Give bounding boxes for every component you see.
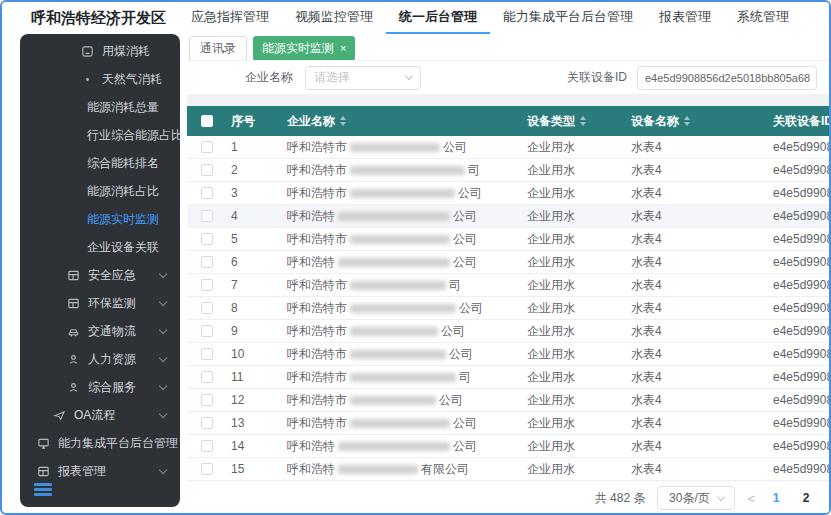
row-checkbox[interactable]: [201, 302, 213, 314]
row-checkbox[interactable]: [201, 210, 213, 222]
cell-company: 呼和浩特 公司: [279, 254, 519, 271]
device-id-label: 关联设备ID: [567, 69, 627, 86]
row-checkbox[interactable]: [201, 279, 213, 291]
dot-icon: [80, 72, 94, 86]
top-nav-tab-4[interactable]: 报表管理: [646, 2, 724, 34]
cell-device-name: 水表4: [623, 346, 765, 363]
top-nav-tab-0[interactable]: 应急指挥管理: [178, 2, 282, 34]
cell-company: 呼和浩特市 公司: [279, 231, 519, 248]
sidebar-item[interactable]: 用煤消耗: [20, 37, 180, 65]
cell-device-name: 水表4: [623, 185, 765, 202]
table-row: 15 呼和浩特 有限公司 企业用水 水表4 e4e5d9908856d2e501…: [187, 458, 829, 481]
cell-index: 8: [223, 301, 279, 315]
row-checkbox[interactable]: [201, 348, 213, 360]
row-checkbox[interactable]: [201, 164, 213, 176]
sidebar-item[interactable]: 综合服务: [20, 373, 180, 401]
grid-icon: [66, 296, 80, 310]
chevron-down-icon: [159, 466, 167, 474]
company-name-select[interactable]: 请选择: [305, 66, 421, 90]
cell-index: 13: [223, 416, 279, 430]
row-checkbox[interactable]: [201, 233, 213, 245]
sidebar-item[interactable]: 行业综合能源占比: [20, 121, 180, 149]
column-header-3[interactable]: 设备名称: [623, 113, 765, 130]
column-header-4[interactable]: 关联设备ID: [765, 113, 829, 130]
sidebar-item[interactable]: 能源消耗占比: [20, 177, 180, 205]
company-prefix: 呼和浩特市: [287, 231, 347, 248]
row-checkbox[interactable]: [201, 463, 213, 475]
company-prefix: 呼和浩特: [287, 438, 335, 455]
sidebar-item[interactable]: 能源实时监测: [20, 205, 180, 233]
chevron-down-icon: [159, 326, 167, 334]
sidebar-item-label: 能源消耗总量: [87, 99, 159, 116]
sidebar-item[interactable]: OA流程: [20, 401, 180, 429]
column-header-2[interactable]: 设备类型: [519, 113, 623, 130]
prev-page-button[interactable]: <: [747, 491, 755, 506]
page-number-1[interactable]: 1: [767, 491, 785, 505]
device-id-input[interactable]: e4e5d9908856d2e5018bb805a68: [637, 66, 817, 90]
select-all-cell: [187, 115, 223, 127]
company-suffix: 公司: [449, 346, 473, 363]
table-row: 2 呼和浩特市 司 企业用水 水表4 e4e5d9908856d2e5018bb…: [187, 159, 829, 182]
cell-device-id: e4e5d9908856d2e5018bb805a68: [765, 347, 829, 361]
cell-device-type: 企业用水: [519, 323, 623, 340]
column-header-label: 企业名称: [287, 113, 335, 130]
row-checkbox[interactable]: [201, 256, 213, 268]
page-number-2[interactable]: 2: [797, 491, 815, 505]
sidebar-item[interactable]: 综合能耗排名: [20, 149, 180, 177]
cell-device-id: e4e5d9908856d2e5018bb805a68: [765, 393, 829, 407]
cell-device-name: 水表4: [623, 392, 765, 409]
hamburger-menu-icon[interactable]: [34, 481, 52, 499]
tab-chip-contacts[interactable]: 通讯录: [189, 36, 247, 61]
table-row: 5 呼和浩特市 公司 企业用水 水表4 e4e5d9908856d2e5018b…: [187, 228, 829, 251]
row-checkbox[interactable]: [201, 187, 213, 199]
cell-device-name: 水表4: [623, 369, 765, 386]
redacted-company-name: [350, 235, 450, 244]
cell-device-type: 企业用水: [519, 461, 623, 478]
select-all-checkbox[interactable]: [201, 115, 213, 127]
app-window: 呼和浩特经济开发区 应急指挥管理视频监控管理统一后台管理能力集成平台后台管理报表…: [0, 0, 831, 515]
tab-chip-energy-monitor[interactable]: 能源实时监测 ×: [253, 36, 355, 61]
sort-icon[interactable]: [684, 116, 690, 126]
sidebar-item[interactable]: 能源消耗总量: [20, 93, 180, 121]
row-checkbox[interactable]: [201, 141, 213, 153]
page-size-value: 30条/页: [669, 490, 710, 507]
row-checkbox[interactable]: [201, 417, 213, 429]
cell-device-id: e4e5d9908856d2e5018bb805a68: [765, 324, 829, 338]
sidebar-item[interactable]: 人力资源: [20, 345, 180, 373]
sidebar-item[interactable]: 交通物流: [20, 317, 180, 345]
page-size-select[interactable]: 30条/页: [657, 486, 735, 510]
sidebar-item[interactable]: 企业设备关联: [20, 233, 180, 261]
sidebar-item[interactable]: 能力集成平台后台管理: [20, 429, 180, 457]
column-header-1[interactable]: 企业名称: [279, 113, 519, 130]
sort-icon[interactable]: [580, 116, 586, 126]
redacted-company-name: [350, 281, 446, 290]
row-checkbox[interactable]: [201, 440, 213, 452]
company-prefix: 呼和浩特市: [287, 369, 347, 386]
redacted-company-name: [350, 373, 456, 382]
doc-icon: [80, 44, 94, 58]
company-suffix: 公司: [453, 254, 477, 271]
top-nav-tab-5[interactable]: 系统管理: [724, 2, 802, 34]
cell-device-name: 水表4: [623, 139, 765, 156]
sidebar-item-label: OA流程: [74, 407, 115, 424]
top-nav-tab-3[interactable]: 能力集成平台后台管理: [490, 2, 646, 34]
top-nav-tab-2[interactable]: 统一后台管理: [386, 2, 490, 34]
table-row: 13 呼和浩特市 公司 企业用水 水表4 e4e5d9908856d2e5018…: [187, 412, 829, 435]
sidebar-item[interactable]: 安全应急: [20, 261, 180, 289]
row-checkbox[interactable]: [201, 394, 213, 406]
cell-device-type: 企业用水: [519, 162, 623, 179]
cell-device-id: e4e5d9908856d2e5018bb805a68: [765, 209, 829, 223]
sidebar-item-label: 报表管理: [58, 463, 106, 480]
sidebar-item[interactable]: 环保监测: [20, 289, 180, 317]
row-checkbox[interactable]: [201, 325, 213, 337]
cell-device-name: 水表4: [623, 231, 765, 248]
row-checkbox[interactable]: [201, 371, 213, 383]
sidebar-item[interactable]: 天然气消耗: [20, 65, 180, 93]
chevron-down-icon: [159, 298, 167, 306]
close-icon[interactable]: ×: [340, 43, 346, 54]
open-tabs-row: 通讯录 能源实时监测 ×: [187, 34, 829, 60]
sidebar-item-label: 人力资源: [88, 351, 136, 368]
sort-icon[interactable]: [340, 116, 346, 126]
top-nav-tab-1[interactable]: 视频监控管理: [282, 2, 386, 34]
chevron-down-icon: [159, 270, 167, 278]
